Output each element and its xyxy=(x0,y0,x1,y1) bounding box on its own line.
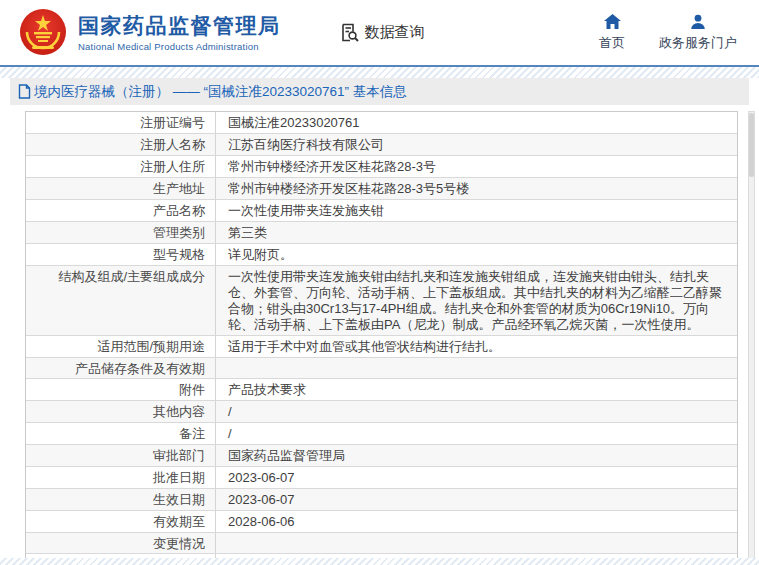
row-value: / xyxy=(216,401,737,422)
row-label: 备注 xyxy=(26,423,216,444)
row-label: 型号规格 xyxy=(26,244,216,265)
main-content: 境内医疗器械（注册） —— “国械注准20233020761” 基本信息 注册证… xyxy=(0,78,759,558)
row-label-text: 管理类别 xyxy=(153,225,205,240)
row-value xyxy=(216,533,737,553)
row-label: 注 xyxy=(26,554,216,558)
row-label-text: 型号规格 xyxy=(153,247,205,262)
row-label-text: 备注 xyxy=(179,426,205,441)
row-label-text: 生效日期 xyxy=(153,492,205,507)
row-value: 详见附页。 xyxy=(216,244,737,265)
row-value: 国械注准20233020761 xyxy=(216,112,737,133)
breadcrumb: 境内医疗器械（注册） —— “国械注准20233020761” 基本信息 xyxy=(18,83,407,101)
row-label-text: 批准日期 xyxy=(153,470,205,485)
row-label-text: 变更情况 xyxy=(153,536,205,551)
row-label: 注册人住所 xyxy=(26,156,216,177)
breadcrumb-bar: 境内医疗器械（注册） —— “国械注准20233020761” 基本信息 xyxy=(10,78,749,105)
table-row: 注册证编号国械注准20233020761 xyxy=(26,112,737,134)
row-value: 2028-06-06 xyxy=(216,511,737,532)
table-row: 结构及组成/主要组成成分一次性使用带夹连发施夹钳由结扎夹和连发施夹钳组成，连发施… xyxy=(26,266,737,336)
top-nav: 首页 政务服务门户 xyxy=(599,14,737,52)
table-row: 注详情 xyxy=(26,554,737,558)
stripe-band-top xyxy=(0,67,759,78)
row-value: 一次性使用带夹连发施夹钳 xyxy=(216,200,737,221)
table-row: 其他内容/ xyxy=(26,401,737,423)
page-icon xyxy=(18,84,31,99)
row-label: 结构及组成/主要组成成分 xyxy=(26,266,216,335)
row-value: 2023-06-07 xyxy=(216,467,737,488)
row-value: 常州市钟楼经济开发区桂花路28-3号5号楼 xyxy=(216,178,737,199)
row-value: 适用于手术中对血管或其他管状结构进行结扎。 xyxy=(216,336,737,357)
nav-home-label: 首页 xyxy=(599,34,625,52)
row-value: 产品技术要求 xyxy=(216,379,737,400)
table-row: 生产地址常州市钟楼经济开发区桂花路28-3号5号楼 xyxy=(26,178,737,200)
table-row: 生效日期2023-06-07 xyxy=(26,489,737,511)
row-label-text: 注册人住所 xyxy=(140,159,205,174)
org-title-block: 国家药品监督管理局 National Medical Products Admi… xyxy=(78,14,281,52)
table-row: 注册人住所常州市钟楼经济开发区桂花路28-3号 xyxy=(26,156,737,178)
row-label: 其他内容 xyxy=(26,401,216,422)
table-row: 适用范围/预期用途适用于手术中对血管或其他管状结构进行结扎。 xyxy=(26,336,737,358)
row-label: 产品名称 xyxy=(26,200,216,221)
row-label: 生效日期 xyxy=(26,489,216,510)
row-label-text: 附件 xyxy=(179,382,205,397)
user-icon xyxy=(690,14,706,30)
row-label: 适用范围/预期用途 xyxy=(26,336,216,357)
table-row: 变更情况 xyxy=(26,533,737,554)
row-label: 批准日期 xyxy=(26,467,216,488)
row-label-text: 审批部门 xyxy=(153,448,205,463)
table-zone: 注册证编号国械注准20233020761注册人名称江苏百纳医疗科技有限公司注册人… xyxy=(25,111,746,558)
site-header: 国家药品监督管理局 National Medical Products Admi… xyxy=(0,0,759,65)
table-row: 附件产品技术要求 xyxy=(26,379,737,401)
detail-link[interactable]: 详情 xyxy=(228,557,254,558)
row-label: 注册人名称 xyxy=(26,134,216,155)
table-row: 有效期至2028-06-06 xyxy=(26,511,737,533)
data-query-label: 数据查询 xyxy=(365,23,425,42)
breadcrumb-text: 境内医疗器械（注册） —— “国械注准20233020761” 基本信息 xyxy=(34,83,407,101)
table-row: 产品名称一次性使用带夹连发施夹钳 xyxy=(26,200,737,222)
table-row: 批准日期2023-06-07 xyxy=(26,467,737,489)
table-row: 备注/ xyxy=(26,423,737,445)
row-label: 注册证编号 xyxy=(26,112,216,133)
national-emblem-logo xyxy=(18,8,68,58)
row-label-text: 结构及组成/主要组成成分 xyxy=(58,269,205,284)
vertical-scrollbar[interactable] xyxy=(748,111,755,558)
row-value: 一次性使用带夹连发施夹钳由结扎夹和连发施夹钳组成，连发施夹钳由钳头、结扎夹仓、外… xyxy=(216,266,737,335)
row-value: 江苏百纳医疗科技有限公司 xyxy=(216,134,737,155)
org-name-cn: 国家药品监督管理局 xyxy=(78,14,281,38)
scrollbar-thumb[interactable] xyxy=(749,113,754,177)
row-label-text: 注册人名称 xyxy=(140,137,205,152)
data-query-menu[interactable]: 数据查询 xyxy=(339,22,425,43)
document-search-icon xyxy=(339,22,360,43)
row-label-text: 产品名称 xyxy=(153,203,205,218)
row-value: 第三类 xyxy=(216,222,737,243)
row-label: 生产地址 xyxy=(26,178,216,199)
row-value: / xyxy=(216,423,737,444)
row-label: 管理类别 xyxy=(26,222,216,243)
table-row: 产品储存条件及有效期 xyxy=(26,358,737,379)
row-value xyxy=(216,358,737,378)
home-icon xyxy=(604,14,621,30)
table-row: 审批部门国家药品监督管理局 xyxy=(26,445,737,467)
row-label: 审批部门 xyxy=(26,445,216,466)
table-row: 型号规格详见附页。 xyxy=(26,244,737,266)
row-label-text: 注册证编号 xyxy=(140,115,205,130)
nav-item-home[interactable]: 首页 xyxy=(599,14,625,52)
row-label: 有效期至 xyxy=(26,511,216,532)
nav-item-gov-portal[interactable]: 政务服务门户 xyxy=(659,14,737,52)
page: 国家药品监督管理局 National Medical Products Admi… xyxy=(0,0,759,565)
row-label: 附件 xyxy=(26,379,216,400)
org-name-en: National Medical Products Administration xyxy=(78,41,281,52)
row-label-text: 适用范围/预期用途 xyxy=(97,339,205,354)
nav-gov-portal-label: 政务服务门户 xyxy=(659,34,737,52)
row-value: 2023-06-07 xyxy=(216,489,737,510)
row-label-text: 产品储存条件及有效期 xyxy=(75,361,205,376)
row-label-text: 有效期至 xyxy=(153,514,205,529)
row-value: 国家药品监督管理局 xyxy=(216,445,737,466)
row-value: 详情 xyxy=(216,554,737,558)
detail-table: 注册证编号国械注准20233020761注册人名称江苏百纳医疗科技有限公司注册人… xyxy=(25,111,738,558)
row-label-text: 其他内容 xyxy=(153,404,205,419)
row-value: 常州市钟楼经济开发区桂花路28-3号 xyxy=(216,156,737,177)
row-label: 产品储存条件及有效期 xyxy=(26,358,216,378)
row-label-text: 注 xyxy=(192,557,205,558)
row-label: 变更情况 xyxy=(26,533,216,553)
